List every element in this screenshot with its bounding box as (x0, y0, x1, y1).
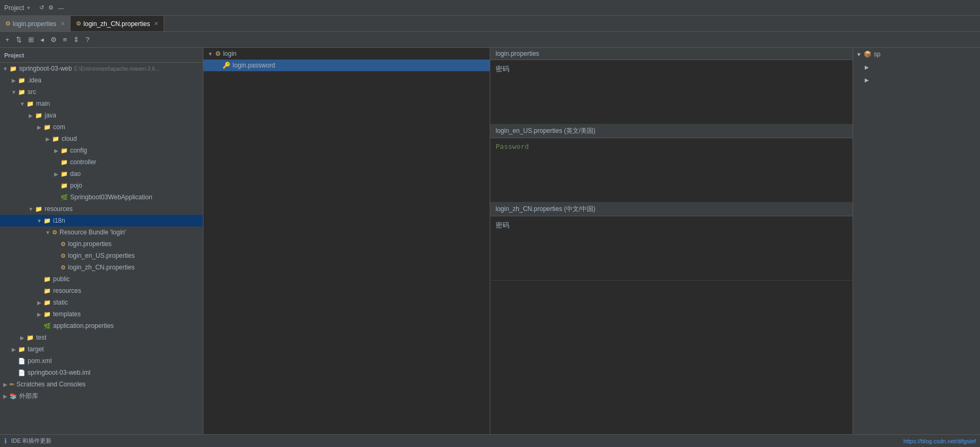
prop-header-label-zh: login_zh_CN.properties (中文/中国) (496, 205, 595, 213)
toolbar-settings-btn[interactable]: ⚙ (48, 35, 59, 45)
project-path: E:\Emironment\apache-maven-3.6... (74, 66, 159, 72)
right-panel-item-sp[interactable]: ▼ 📦 sp (853, 48, 980, 61)
editor-split: ▼ ⚙ login ▶ 🔑 login.password (203, 48, 853, 434)
folder-icon-config: 📁 (61, 147, 68, 154)
label-dao: dao (70, 170, 81, 178)
rp-icon-sp: 📦 (864, 50, 872, 58)
toolbar-align-btn[interactable]: ≡ (61, 35, 70, 45)
bundle-row-password[interactable]: ▶ 🔑 login.password (203, 60, 490, 71)
tree-item-pom[interactable]: ▶ 📄 pom.xml (0, 355, 203, 367)
tree-item-i18n[interactable]: ▼ 📁 i18n (0, 215, 203, 226)
prop-value-text-en: Password (496, 142, 529, 150)
label-main: main (36, 100, 50, 107)
tree-item-iml[interactable]: ▶ 📄 springboot-03-web.iml (0, 367, 203, 378)
right-panel-item-1[interactable]: ▶ (853, 61, 980, 73)
tree-item-config[interactable]: ▶ 📁 config (0, 145, 203, 156)
arrow-resources: ▼ (28, 206, 34, 212)
toolbar-updown-btn[interactable]: ⇕ (71, 35, 81, 45)
toolbar-arrow-btn[interactable]: ◂ (38, 35, 46, 45)
label-login-props: login.properties (68, 240, 112, 248)
status-info-text: IDE 和插件更新 (11, 437, 52, 445)
tab-bar: ⚙ login.properties ✕ ⚙ login_zh_CN.prope… (0, 16, 980, 32)
label-app-props: application.properties (53, 322, 114, 330)
tree-item-springboot-app[interactable]: ▶ 🌿 Springboot03WebApplication (0, 191, 203, 203)
arrow-idea: ▶ (11, 78, 17, 83)
tree-item-test[interactable]: ▶ 📁 test (0, 332, 203, 343)
status-right: https://blog.csdn.net/difgsief (904, 438, 976, 444)
status-info-icon: ℹ (4, 437, 7, 445)
project-label[interactable]: Project (4, 4, 24, 12)
project-dropdown-icon[interactable]: ▼ (26, 5, 31, 11)
lib-icon: 📚 (10, 393, 17, 400)
prop-section-zh: login_zh_CN.properties (中文/中国) 密码 (490, 203, 853, 281)
status-bar: ℹ IDE 和插件更新 https://blog.csdn.net/difgsi… (0, 434, 980, 447)
tree-item-src[interactable]: ▼ 📁 src (0, 86, 203, 98)
rp-label-sp: sp (874, 50, 881, 58)
tree-item-login-zh[interactable]: ▶ ⚙ login_zh_CN.properties (0, 262, 203, 273)
bundle-icon-login: ⚙ (215, 50, 221, 57)
tree-item-dao[interactable]: ▶ 📁 dao (0, 168, 203, 180)
folder-icon-dao: 📁 (61, 171, 68, 178)
tab-icon-2: ⚙ (76, 20, 81, 27)
top-icon-minimize[interactable]: — (58, 5, 64, 11)
tree-item-com[interactable]: ▶ 📁 com (0, 121, 203, 133)
prop-header-default: login.properties (490, 48, 853, 60)
tree-item-java[interactable]: ▶ 📁 java (0, 109, 203, 121)
arrow-src: ▼ (11, 89, 17, 95)
tree-item-pojo[interactable]: ▶ 📁 pojo (0, 180, 203, 191)
tree-item-external-libs[interactable]: ▶ 📚 外部库 (0, 390, 203, 402)
tree-item-resource-bundle[interactable]: ▼ ⚙ Resource Bundle 'login' (0, 226, 203, 238)
tree-item-springboot-03-web[interactable]: ▼ 📁 springboot-03-web E:\Emironment\apac… (0, 63, 203, 74)
tree-item-public[interactable]: ▶ 📁 public (0, 273, 203, 285)
tab-close-2[interactable]: ✕ (154, 21, 158, 27)
spring-prop-icon: 🌿 (44, 323, 51, 330)
prop-value-default[interactable]: 密码 (490, 60, 853, 124)
prop-value-en[interactable]: Password (490, 138, 853, 202)
tree-item-resources2[interactable]: ▶ 📁 resources (0, 285, 203, 297)
label-java: java (45, 112, 56, 119)
sidebar-label: Project (4, 52, 24, 58)
project-tree: ▼ 📁 springboot-03-web E:\Emironment\apac… (0, 63, 203, 434)
tab-login-properties[interactable]: ⚙ login.properties ✕ (0, 16, 71, 31)
arrow-static: ▶ (36, 300, 42, 306)
label-app: Springboot03WebApplication (70, 193, 152, 201)
label-com: com (53, 123, 65, 131)
tree-item-cloud[interactable]: ▶ 📁 cloud (0, 133, 203, 145)
prop-value-zh[interactable]: 密码 (490, 216, 853, 280)
label-target: target (28, 345, 44, 353)
tree-item-login-en[interactable]: ▶ ⚙ login_en_US.properties (0, 250, 203, 262)
toolbar-sort-btn[interactable]: ⇅ (14, 35, 24, 45)
tree-item-target[interactable]: ▶ 📁 target (0, 343, 203, 355)
xml-icon-pom: 📄 (18, 358, 25, 365)
tree-item-templates[interactable]: ▶ 📁 templates (0, 308, 203, 320)
scratch-icon: ✏ (10, 381, 14, 388)
right-panel-item-2[interactable]: ▶ (853, 73, 980, 86)
arrow-dao: ▶ (53, 171, 59, 177)
tree-item-static[interactable]: ▶ 📁 static (0, 297, 203, 308)
top-icon-config[interactable]: ⚙ (48, 4, 54, 11)
toolbar-add-btn[interactable]: + (3, 35, 12, 45)
arrow-target: ▶ (11, 347, 17, 352)
prop-icon-lzh: ⚙ (61, 264, 66, 271)
prop-icon-lp: ⚙ (61, 241, 66, 248)
tree-item-login-props[interactable]: ▶ ⚙ login.properties (0, 238, 203, 250)
toolbar-grid-btn[interactable]: ⊞ (26, 35, 36, 45)
label-ext-libs: 外部库 (19, 392, 38, 401)
tree-item-idea[interactable]: ▶ 📁 .idea (0, 74, 203, 86)
label-idea: .idea (28, 77, 41, 84)
label-login-zh: login_zh_CN.properties (68, 264, 134, 271)
top-icon-sync[interactable]: ↺ (39, 4, 44, 11)
tree-item-scratches[interactable]: ▶ ✏ Scratches and Consoles (0, 378, 203, 390)
tree-item-controller[interactable]: ▶ 📁 controller (0, 156, 203, 168)
arrow-test: ▶ (19, 335, 25, 341)
toolbar-help-btn[interactable]: ? (83, 35, 91, 45)
bundle-key-tree: ▼ ⚙ login ▶ 🔑 login.password (203, 48, 490, 434)
label-springboot: springboot-03-web (19, 65, 72, 72)
bundle-row-login[interactable]: ▼ ⚙ login (203, 48, 490, 60)
tab-close-1[interactable]: ✕ (61, 21, 65, 27)
tree-item-resources[interactable]: ▼ 📁 resources (0, 203, 203, 215)
tree-item-app-props[interactable]: ▶ 🌿 application.properties (0, 320, 203, 332)
tab-login-zh-cn-properties[interactable]: ⚙ login_zh_CN.properties ✕ (71, 16, 164, 31)
tree-item-main[interactable]: ▼ 📁 main (0, 98, 203, 109)
status-link[interactable]: https://blog.csdn.net/difgsief (904, 438, 976, 444)
